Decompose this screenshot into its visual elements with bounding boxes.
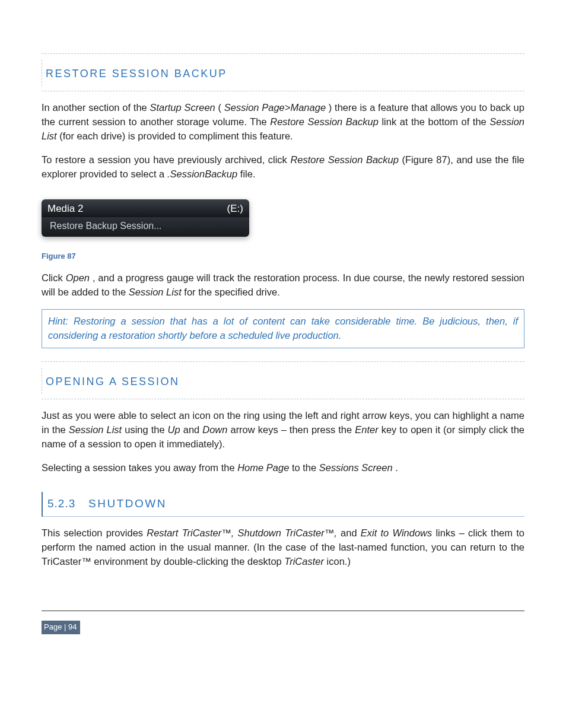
link-text: Restore Backup Session... xyxy=(50,221,162,231)
text: (for each drive) is provided to complime… xyxy=(59,131,292,141)
text: and xyxy=(341,527,361,538)
text: Selecting a session takes you away from … xyxy=(42,462,237,473)
page-number: 94 xyxy=(68,622,77,631)
text: and xyxy=(183,424,203,435)
text: To restore a session you have previously… xyxy=(42,154,290,165)
text: using the xyxy=(125,424,167,435)
text: arrow keys – then press the xyxy=(230,424,355,435)
paragraph: Selecting a session takes you away from … xyxy=(42,461,524,475)
heading-restore-session-backup: RESTORE SESSION BACKUP xyxy=(42,60,524,86)
italic-text: Restore Session Backup xyxy=(290,154,399,165)
heading-opening-a-session: OPENING A SESSION xyxy=(42,368,524,394)
heading-number: 5.2.3 xyxy=(47,497,75,510)
text: icon.) xyxy=(327,556,351,567)
paragraph: In another section of the Startup Screen… xyxy=(42,101,524,144)
text: Click xyxy=(42,272,66,283)
paragraph: Just as you were able to select an icon … xyxy=(42,409,524,452)
italic-text: Down xyxy=(202,424,227,435)
text: ( xyxy=(218,102,222,113)
page-number-badge: Page94 xyxy=(42,621,80,634)
footer-rule xyxy=(42,611,524,611)
italic-text: Open xyxy=(66,272,90,283)
italic-text: Up xyxy=(168,424,180,435)
page-label: Page xyxy=(44,622,68,631)
page-footer: Page94 xyxy=(42,611,524,634)
dashed-separator xyxy=(42,91,524,91)
drive-letter: (E:) xyxy=(227,202,243,217)
italic-text: Restore Session Backup xyxy=(270,116,379,127)
hint-text: Hint: Restoring a session that has a lot… xyxy=(48,316,518,341)
paragraph: This selection provides Restart TriCaste… xyxy=(42,526,524,569)
heading-shutdown: 5.2.3 SHUTDOWN xyxy=(42,492,524,517)
heading-text: SHUTDOWN xyxy=(88,497,167,510)
drive-header-row: Media 2 (E:) xyxy=(42,199,249,218)
text: file. xyxy=(240,169,256,179)
italic-text: Session Page>Manage xyxy=(224,102,326,113)
italic-text: Startup Screen xyxy=(150,102,215,113)
paragraph: Click Open , and a progress gauge will t… xyxy=(42,271,524,300)
dashed-separator xyxy=(42,53,524,54)
text: This selection provides xyxy=(42,527,147,538)
hint-box: Hint: Restoring a session that has a lot… xyxy=(42,309,524,348)
drive-label: Media 2 xyxy=(47,202,83,217)
heading-text: OPENING A SESSION xyxy=(46,376,180,387)
italic-text: Exit to Windows xyxy=(361,527,432,538)
dashed-separator xyxy=(42,361,524,362)
italic-text: Sessions Screen xyxy=(319,462,393,473)
text: , and a progress gauge will track the re… xyxy=(42,272,524,297)
text: In another section of the xyxy=(42,102,150,113)
italic-text: Restart TriCaster™, Shutdown TriCaster™, xyxy=(147,527,337,538)
italic-text: TriCaster xyxy=(284,556,324,567)
heading-text: RESTORE SESSION BACKUP xyxy=(46,68,227,80)
italic-text: .SessionBackup xyxy=(167,169,237,179)
italic-text: Home Page xyxy=(237,462,289,473)
italic-text: Session List xyxy=(129,287,182,297)
text: . xyxy=(395,462,398,473)
text: to the xyxy=(292,462,319,473)
text: for the specified drive. xyxy=(184,287,279,297)
restore-backup-session-link[interactable]: Restore Backup Session... xyxy=(42,217,249,236)
italic-text: Session List xyxy=(69,424,122,435)
text: link at the bottom of the xyxy=(381,116,489,127)
figure-87: Media 2 (E:) Restore Backup Session... F… xyxy=(42,199,524,262)
figure-caption: Figure 87 xyxy=(42,251,524,262)
paragraph: To restore a session you have previously… xyxy=(42,153,524,182)
italic-text: Enter xyxy=(355,424,378,435)
dashed-separator xyxy=(42,399,524,399)
figure-image: Media 2 (E:) Restore Backup Session... xyxy=(42,199,249,237)
